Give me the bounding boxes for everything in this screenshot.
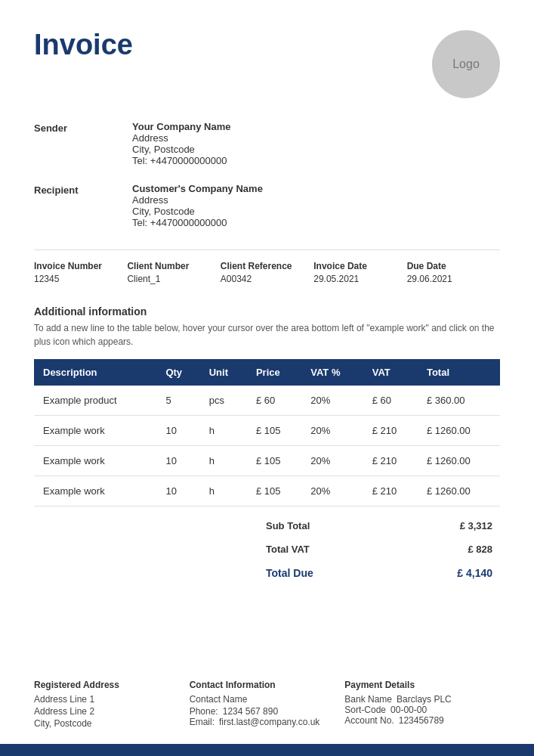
cell-1: 10 [158,446,201,476]
col-price: Price [248,359,303,386]
table-header-row: Description Qty Unit Price VAT % VAT Tot… [34,359,500,386]
sender-details: Your Company Name Address City, Postcode… [132,121,500,166]
table-row: Example work10h£ 10520%£ 210£ 1260.00 [34,446,500,476]
sender-address: Address [132,132,500,144]
page-header: Invoice Logo [34,30,500,98]
footer-bar [0,744,534,756]
footer-address-city: City, Postcode [34,718,190,729]
meta-invoice-number: Invoice Number 12345 [34,261,127,284]
footer-content: Registered Address Address Line 1 Addres… [0,658,534,744]
table-row: Example work10h£ 10520%£ 210£ 1260.00 [34,416,500,446]
invoice-number-label: Invoice Number [34,261,127,271]
additional-text: To add a new line to the table below, ho… [34,321,500,349]
cell-4: 20% [303,416,364,446]
total-vat-row: Total VAT £ 828 [258,538,500,561]
sub-total-value: £ 3,312 [460,520,492,531]
sender-name: Your Company Name [132,121,500,132]
table-row: Example product5pcs£ 6020%£ 60£ 360.00 [34,386,500,416]
cell-3: £ 105 [248,416,303,446]
invoice-date-label: Invoice Date [313,261,406,271]
invoice-title: Invoice [34,30,133,59]
cell-4: 20% [303,386,364,416]
additional-title: Additional information [34,305,500,318]
cell-5: £ 210 [365,416,419,446]
cell-1: 10 [158,416,201,446]
invoice-date-value: 29.05.2021 [313,274,406,284]
totals-table: Sub Total £ 3,312 Total VAT £ 828 Total … [258,514,500,585]
footer: Registered Address Address Line 1 Addres… [0,658,534,756]
cell-3: £ 60 [248,386,303,416]
cell-6: £ 1260.00 [419,446,500,476]
footer-sort-label: Sort-Code [344,705,386,715]
footer-phone-value: 1234 567 890 [223,706,278,717]
cell-2: h [202,416,248,446]
cell-0: Example work [34,446,158,476]
cell-0: Example work [34,476,158,507]
sender-tel: Tel: +4470000000000 [132,155,500,166]
col-total: Total [419,359,500,386]
payment-title: Payment Details [344,680,500,690]
footer-address-line2: Address Line 2 [34,706,190,717]
registered-address-title: Registered Address [34,680,190,690]
footer-registered-address: Registered Address Address Line 1 Addres… [34,680,190,730]
sub-total-label: Sub Total [266,520,310,531]
totals-section: Sub Total £ 3,312 Total VAT £ 828 Total … [34,514,500,585]
cell-6: £ 360.00 [419,386,500,416]
footer-sort-row: Sort-Code 00-00-00 [344,705,500,715]
total-vat-label: Total VAT [266,544,310,555]
meta-client-number: Client Number Client_1 [127,261,220,284]
footer-sort-value: 00-00-00 [390,705,427,715]
cell-4: 20% [303,476,364,507]
footer-phone-label: Phone: [190,706,218,717]
footer-bank-value: Barclays PLC [397,694,452,705]
sub-total-row: Sub Total £ 3,312 [258,514,500,538]
cell-5: £ 210 [365,476,419,507]
cell-4: 20% [303,446,364,476]
additional-section: Additional information To add a new line… [34,305,500,349]
footer-bank-label: Bank Name [344,694,392,705]
recipient-address: Address [132,194,500,206]
col-vat-pct: VAT % [303,359,364,386]
footer-account-label: Account No. [344,715,394,726]
parties-section: Sender Your Company Name Address City, P… [34,121,500,228]
col-description: Description [34,359,158,386]
cell-0: Example work [34,416,158,446]
contact-title: Contact Information [190,680,345,690]
logo-placeholder: Logo [432,30,500,98]
sender-label: Sender [34,121,132,166]
footer-bank-row: Bank Name Barclays PLC [344,694,500,705]
cell-6: £ 1260.00 [419,476,500,507]
footer-contact: Contact Information Contact Name Phone: … [190,680,345,730]
recipient-city: City, Postcode [132,206,500,217]
cell-2: pcs [202,386,248,416]
meta-section: Invoice Number 12345 Client Number Clien… [34,249,500,284]
total-due-row: Total Due £ 4,140 [258,561,500,585]
cell-3: £ 105 [248,446,303,476]
cell-6: £ 1260.00 [419,416,500,446]
footer-email-row: Email: first.last@company.co.uk [190,717,345,727]
recipient-label: Recipient [34,183,132,228]
footer-phone-row: Phone: 1234 567 890 [190,706,345,717]
client-number-value: Client_1 [127,274,220,284]
col-unit: Unit [202,359,248,386]
recipient-details: Customer's Company Name Address City, Po… [132,183,500,228]
recipient-row: Recipient Customer's Company Name Addres… [34,183,500,228]
cell-2: h [202,446,248,476]
footer-contact-name: Contact Name [190,694,345,705]
total-vat-value: £ 828 [468,544,492,555]
cell-2: h [202,476,248,507]
cell-5: £ 60 [365,386,419,416]
footer-account-value: 123456789 [399,715,444,726]
cell-3: £ 105 [248,476,303,507]
sender-city: City, Postcode [132,144,500,155]
footer-payment: Payment Details Bank Name Barclays PLC S… [344,680,500,730]
client-number-label: Client Number [127,261,220,271]
cell-0: Example product [34,386,158,416]
meta-client-reference: Client Reference A00342 [221,261,313,284]
client-reference-label: Client Reference [221,261,313,271]
client-reference-value: A00342 [221,274,313,284]
col-vat: VAT [365,359,419,386]
cell-1: 10 [158,476,201,507]
items-table: Description Qty Unit Price VAT % VAT Tot… [34,359,500,507]
meta-invoice-date: Invoice Date 29.05.2021 [313,261,406,284]
